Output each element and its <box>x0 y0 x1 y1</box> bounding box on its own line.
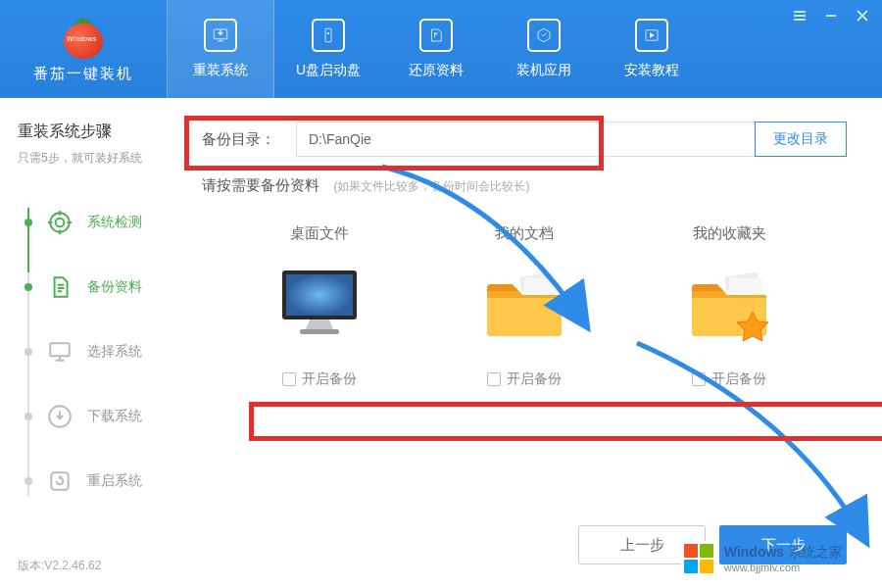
nav-label: U盘启动盘 <box>296 62 361 79</box>
check-label: 开启备份 <box>507 370 562 388</box>
section-header: 请按需要备份资料 (如果文件比较多，备份时间会比较长) <box>202 176 847 195</box>
svg-rect-12 <box>523 277 558 295</box>
enable-backup-checkbox[interactable]: 开启备份 <box>692 370 766 388</box>
backup-cards: 桌面文件 开启备份 我的文档 开启备份 <box>202 224 847 388</box>
enable-backup-checkbox[interactable]: 开启备份 <box>282 370 357 388</box>
menu-icon[interactable] <box>792 8 808 24</box>
nav-label: 还原资料 <box>409 62 464 79</box>
window-controls <box>792 8 870 24</box>
svg-point-3 <box>50 213 70 232</box>
card-my-favorites: 我的收藏夹 开启备份 <box>651 224 808 388</box>
app-name: 番茄一键装机 <box>33 65 133 83</box>
svg-rect-1 <box>325 28 331 42</box>
nav-install-apps[interactable]: 装机应用 <box>490 0 598 98</box>
target-icon <box>46 209 74 236</box>
backup-path-label: 备份目录： <box>202 130 296 149</box>
watermark: Windows 系统之家 www.bjjmlv.com <box>681 541 843 576</box>
change-dir-button[interactable]: 更改目录 <box>755 122 847 157</box>
apps-icon <box>527 19 561 52</box>
windows-logo-icon <box>681 541 716 576</box>
restart-icon <box>46 467 74 495</box>
svg-rect-10 <box>300 329 339 334</box>
version-label: 版本:V2.2.46.62 <box>18 558 101 574</box>
step-download-system: 下载系统 <box>18 384 151 449</box>
folder-documents-icon <box>470 265 578 343</box>
nav-reinstall-system[interactable]: 重装系统 <box>167 0 274 98</box>
nav-label: 安装教程 <box>624 62 679 79</box>
step-backup-data: 备份资料 <box>18 255 151 319</box>
step-restart-system: 重启系统 <box>18 449 151 514</box>
close-icon[interactable] <box>855 8 870 24</box>
document-icon <box>46 273 74 301</box>
minimize-icon[interactable] <box>823 8 839 24</box>
step-system-check: 系统检测 <box>18 190 151 255</box>
step-list: 系统检测 备份资料 选择系统 下载系统 重启系统 <box>18 190 151 514</box>
nav-tutorial[interactable]: 安装教程 <box>598 0 706 98</box>
step-label: 备份资料 <box>87 278 142 296</box>
enable-backup-checkbox[interactable]: 开启备份 <box>487 370 562 388</box>
step-label: 重启系统 <box>87 472 142 490</box>
card-title: 我的文档 <box>495 224 554 243</box>
svg-rect-5 <box>50 343 70 356</box>
nav-label: 装机应用 <box>516 62 571 79</box>
logo-section: Windows 番茄一键装机 <box>0 16 167 83</box>
backup-path-input[interactable] <box>296 122 755 157</box>
tomato-logo: Windows <box>62 16 105 59</box>
reinstall-icon <box>204 19 237 52</box>
check-label: 开启备份 <box>302 370 357 388</box>
monitor-icon <box>46 338 74 366</box>
card-my-documents: 我的文档 开启备份 <box>446 224 603 388</box>
app-header: Windows 番茄一键装机 重装系统 U盘启动盘 还原资料 装机应用 安装教程 <box>0 0 882 98</box>
sidebar-subtitle: 只需5步，就可装好系统 <box>18 150 151 167</box>
svg-rect-9 <box>286 274 353 316</box>
watermark-url: www.bjjmlv.com <box>724 562 843 573</box>
step-select-system: 选择系统 <box>18 319 151 384</box>
section-title: 请按需要备份资料 <box>202 176 319 193</box>
svg-rect-14 <box>728 277 762 295</box>
step-label: 系统检测 <box>87 214 142 231</box>
svg-point-4 <box>56 219 65 227</box>
usb-icon <box>312 19 345 52</box>
check-label: 开启备份 <box>711 370 766 388</box>
restore-icon <box>419 19 453 52</box>
folder-favorites-icon <box>675 265 783 343</box>
step-label: 选择系统 <box>87 343 142 361</box>
download-icon <box>46 403 74 430</box>
main-nav: 重装系统 U盘启动盘 还原资料 装机应用 安装教程 <box>167 0 706 98</box>
main-content: 备份目录： 更改目录 请按需要备份资料 (如果文件比较多，备份时间会比较长) 桌… <box>167 98 882 588</box>
card-title: 我的收藏夹 <box>693 224 766 243</box>
card-desktop-files: 桌面文件 开启备份 <box>241 224 398 388</box>
svg-rect-7 <box>51 472 68 489</box>
sidebar-title: 重装系统步骤 <box>18 122 151 142</box>
tutorial-icon <box>635 19 668 52</box>
card-title: 桌面文件 <box>290 224 349 243</box>
step-label: 下载系统 <box>87 408 142 425</box>
backup-path-row: 备份目录： 更改目录 <box>202 122 847 157</box>
desktop-monitor-icon <box>266 265 373 343</box>
watermark-title: Windows 系统之家 <box>724 544 843 562</box>
nav-label: 重装系统 <box>193 62 248 79</box>
sidebar: 重装系统步骤 只需5步，就可装好系统 系统检测 备份资料 选择系统 <box>0 98 167 588</box>
section-hint: (如果文件比较多，备份时间会比较长) <box>333 179 529 193</box>
annotation-highlight <box>249 402 882 441</box>
nav-usb-boot[interactable]: U盘启动盘 <box>274 0 382 98</box>
nav-restore-data[interactable]: 还原资料 <box>382 0 490 98</box>
